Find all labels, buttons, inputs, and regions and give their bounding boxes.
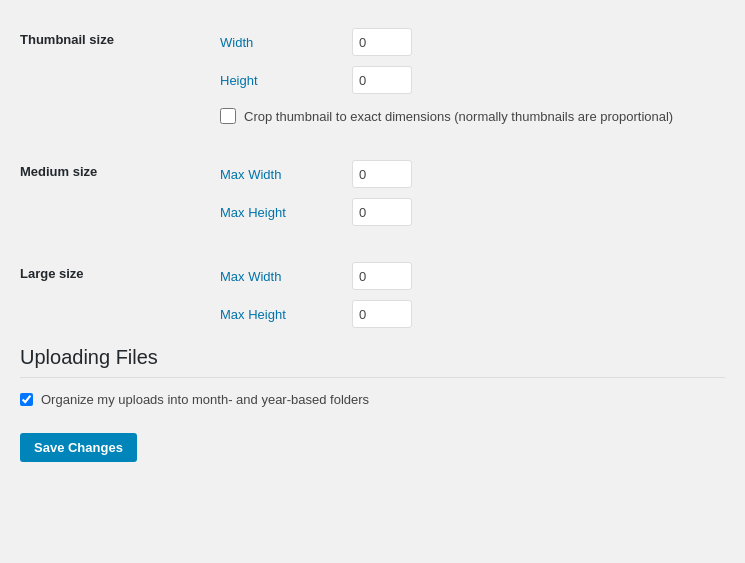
large-size-label: Large size (20, 262, 220, 281)
thumbnail-crop-row: Crop thumbnail to exact dimensions (norm… (220, 108, 725, 124)
thumbnail-height-label: Height (220, 73, 340, 88)
medium-max-width-label: Max Width (220, 167, 340, 182)
thumbnail-height-row: Height (220, 66, 725, 94)
uploading-heading: Uploading Files (20, 346, 725, 378)
thumbnail-crop-checkbox[interactable] (220, 108, 236, 124)
large-max-width-input[interactable] (352, 262, 412, 290)
uploading-section: Uploading Files Organize my uploads into… (20, 346, 725, 407)
thumbnail-height-input[interactable] (352, 66, 412, 94)
large-max-width-label: Max Width (220, 269, 340, 284)
uploading-checkbox-area: Organize my uploads into month- and year… (20, 392, 725, 407)
medium-size-label: Medium size (20, 160, 220, 179)
large-size-fields: Max Width Max Height (220, 262, 725, 328)
medium-max-width-row: Max Width (220, 160, 725, 188)
large-max-height-row: Max Height (220, 300, 725, 328)
medium-size-fields: Max Width Max Height (220, 160, 725, 226)
large-max-width-row: Max Width (220, 262, 725, 290)
thumbnail-width-label: Width (220, 35, 340, 50)
medium-size-section: Medium size Max Width Max Height (20, 152, 725, 234)
thumbnail-size-section: Thumbnail size Width Height Crop thumbna… (20, 20, 725, 132)
save-changes-button[interactable]: Save Changes (20, 433, 137, 462)
thumbnail-size-label: Thumbnail size (20, 28, 220, 47)
large-max-height-label: Max Height (220, 307, 340, 322)
medium-max-height-input[interactable] (352, 198, 412, 226)
organize-uploads-checkbox[interactable] (20, 393, 33, 406)
medium-max-height-label: Max Height (220, 205, 340, 220)
thumbnail-size-fields: Width Height Crop thumbnail to exact dim… (220, 28, 725, 124)
thumbnail-crop-label: Crop thumbnail to exact dimensions (norm… (244, 109, 673, 124)
thumbnail-width-input[interactable] (352, 28, 412, 56)
thumbnail-width-row: Width (220, 28, 725, 56)
divider-2 (20, 234, 725, 254)
large-max-height-input[interactable] (352, 300, 412, 328)
organize-uploads-label: Organize my uploads into month- and year… (41, 392, 369, 407)
medium-max-height-row: Max Height (220, 198, 725, 226)
divider-1 (20, 132, 725, 152)
medium-max-width-input[interactable] (352, 160, 412, 188)
large-size-section: Large size Max Width Max Height (20, 254, 725, 336)
